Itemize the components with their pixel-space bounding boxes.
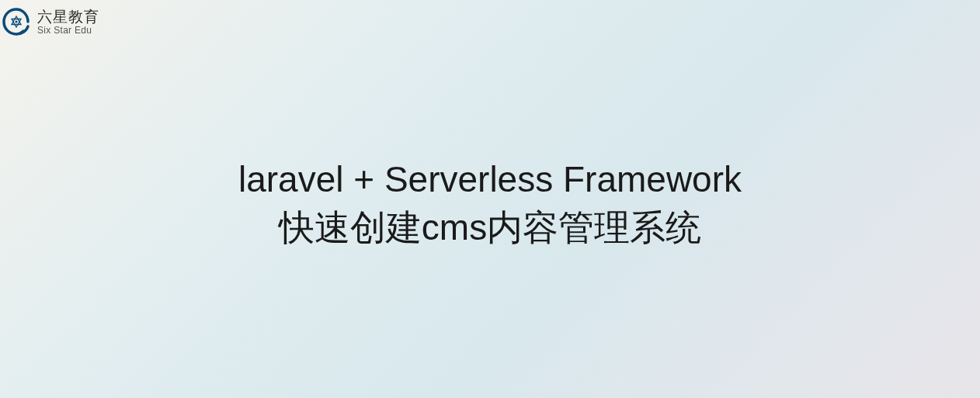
svg-point-2 [15,20,17,22]
title-line-2: 快速创建cms内容管理系统 [0,203,980,251]
logo-text-en: Six Star Edu [37,26,99,36]
page-title: laravel + Serverless Framework 快速创建cms内容… [0,155,980,251]
six-star-logo-icon [0,6,33,39]
svg-marker-0 [12,16,21,25]
logo-text-cn: 六星教育 [37,9,99,26]
title-line-1: laravel + Serverless Framework [0,155,980,203]
svg-marker-1 [12,19,21,28]
brand-logo: 六星教育 Six Star Edu [0,6,99,39]
